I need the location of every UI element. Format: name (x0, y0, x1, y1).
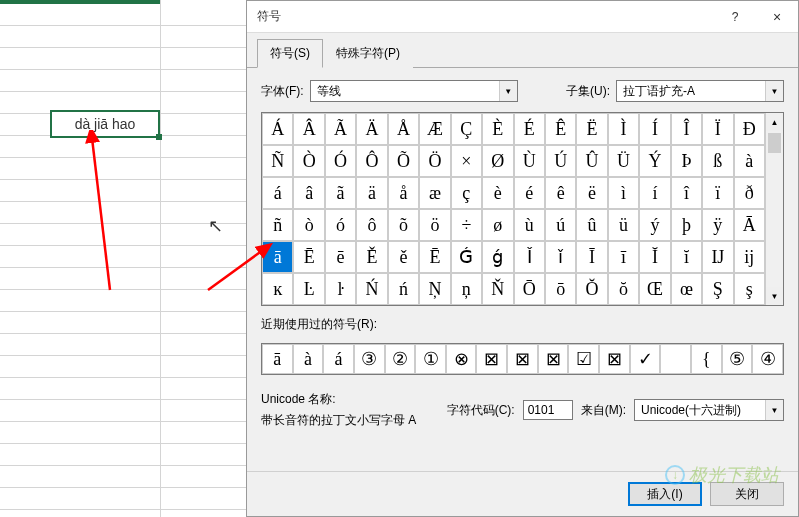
char-cell[interactable]: ĸ (262, 273, 293, 305)
char-cell[interactable]: Ñ (262, 145, 293, 177)
cancel-button[interactable]: 关闭 (710, 482, 784, 506)
char-cell[interactable]: ô (356, 209, 387, 241)
char-cell[interactable]: ā (262, 241, 293, 273)
char-cell[interactable]: â (293, 177, 324, 209)
char-cell[interactable]: Ð (734, 113, 765, 145)
char-cell[interactable]: Ē (419, 241, 450, 273)
font-select[interactable]: 等线 ▼ (310, 80, 518, 102)
scroll-down-icon[interactable]: ▼ (766, 287, 783, 305)
char-cell[interactable]: ÿ (702, 209, 733, 241)
char-cell[interactable]: Ņ (419, 273, 450, 305)
char-cell[interactable]: ò (293, 209, 324, 241)
char-cell[interactable]: ŏ (608, 273, 639, 305)
recent-char-cell[interactable]: ⊠ (476, 344, 507, 374)
scroll-thumb[interactable] (768, 133, 781, 153)
char-cell[interactable]: Ŀ (293, 273, 324, 305)
chevron-down-icon[interactable]: ▼ (765, 400, 783, 420)
char-cell[interactable]: Á (262, 113, 293, 145)
char-cell[interactable]: Ī (576, 241, 607, 273)
recent-char-cell[interactable]: ☑ (568, 344, 599, 374)
recent-char-cell[interactable]: ③ (354, 344, 385, 374)
scroll-up-icon[interactable]: ▲ (766, 113, 783, 131)
char-cell[interactable]: ǐ (545, 241, 576, 273)
char-cell[interactable]: å (388, 177, 419, 209)
char-cell[interactable]: ð (734, 177, 765, 209)
char-cell[interactable]: ß (702, 145, 733, 177)
char-cell[interactable]: È (482, 113, 513, 145)
char-cell[interactable]: ŀ (325, 273, 356, 305)
char-cell[interactable]: Ē (293, 241, 324, 273)
char-cell[interactable]: ä (356, 177, 387, 209)
char-cell[interactable]: ī (608, 241, 639, 273)
char-cell[interactable]: Ǐ (514, 241, 545, 273)
active-cell[interactable]: dà jiā hao (50, 110, 160, 138)
char-cell[interactable]: Œ (639, 273, 670, 305)
char-cell[interactable]: Ä (356, 113, 387, 145)
recent-char-cell[interactable]: ✓ (630, 344, 661, 374)
recent-char-cell[interactable]: ⑤ (722, 344, 753, 374)
recent-char-cell[interactable]: á (323, 344, 354, 374)
char-cell[interactable]: Û (576, 145, 607, 177)
char-cell[interactable]: ě (388, 241, 419, 273)
recent-char-cell[interactable]: ⊠ (599, 344, 630, 374)
char-cell[interactable]: Ë (576, 113, 607, 145)
char-cell[interactable]: ì (608, 177, 639, 209)
char-cell[interactable]: Õ (388, 145, 419, 177)
char-cell[interactable]: ó (325, 209, 356, 241)
spreadsheet[interactable]: dà jiā hao (0, 0, 250, 517)
tab-special-chars[interactable]: 特殊字符(P) (323, 39, 413, 68)
recent-char-cell[interactable]: ④ (752, 344, 783, 374)
char-cell[interactable]: Ā (734, 209, 765, 241)
char-cell[interactable]: Å (388, 113, 419, 145)
recent-char-cell[interactable] (660, 344, 691, 374)
char-cell[interactable]: Ň (482, 273, 513, 305)
fill-handle[interactable] (156, 134, 162, 140)
close-button[interactable]: × (756, 1, 798, 33)
char-cell[interactable]: Ô (356, 145, 387, 177)
char-cell[interactable]: Ã (325, 113, 356, 145)
char-cell[interactable]: Ç (451, 113, 482, 145)
char-cell[interactable]: Î (671, 113, 702, 145)
char-cell[interactable]: Ú (545, 145, 576, 177)
recent-char-cell[interactable]: ⊠ (507, 344, 538, 374)
insert-button[interactable]: 插入(I) (628, 482, 702, 506)
char-cell[interactable]: ö (419, 209, 450, 241)
char-cell[interactable]: æ (419, 177, 450, 209)
char-cell[interactable]: õ (388, 209, 419, 241)
char-cell[interactable]: Ě (356, 241, 387, 273)
char-cell[interactable]: ñ (262, 209, 293, 241)
char-cell[interactable]: Ò (293, 145, 324, 177)
recent-char-cell[interactable]: à (293, 344, 324, 374)
char-code-input[interactable] (523, 400, 573, 420)
char-cell[interactable]: û (576, 209, 607, 241)
chevron-down-icon[interactable]: ▼ (499, 81, 517, 101)
from-select[interactable]: Unicode(十六进制) ▼ (634, 399, 784, 421)
char-cell[interactable]: þ (671, 209, 702, 241)
char-cell[interactable]: Ó (325, 145, 356, 177)
char-cell[interactable]: ë (576, 177, 607, 209)
char-cell[interactable]: è (482, 177, 513, 209)
char-cell[interactable]: Ý (639, 145, 670, 177)
char-cell[interactable]: Æ (419, 113, 450, 145)
chevron-down-icon[interactable]: ▼ (765, 81, 783, 101)
recent-char-cell[interactable]: ⊗ (446, 344, 477, 374)
char-cell[interactable]: ń (388, 273, 419, 305)
subset-select[interactable]: 拉丁语扩充-A ▼ (616, 80, 784, 102)
grid-scrollbar[interactable]: ▲ ▼ (765, 113, 783, 305)
char-cell[interactable]: ø (482, 209, 513, 241)
recent-char-cell[interactable]: ⊠ (538, 344, 569, 374)
char-cell[interactable]: Ö (419, 145, 450, 177)
char-cell[interactable]: ü (608, 209, 639, 241)
char-cell[interactable]: Ü (608, 145, 639, 177)
char-cell[interactable]: î (671, 177, 702, 209)
char-cell[interactable]: Ĳ (702, 241, 733, 273)
titlebar[interactable]: 符号 ? × (247, 1, 798, 33)
char-cell[interactable]: Ń (356, 273, 387, 305)
char-cell[interactable]: Ĭ (639, 241, 670, 273)
char-cell[interactable]: á (262, 177, 293, 209)
char-cell[interactable]: Â (293, 113, 324, 145)
char-cell[interactable]: ê (545, 177, 576, 209)
char-cell[interactable]: Ŏ (576, 273, 607, 305)
char-cell[interactable]: Ō (514, 273, 545, 305)
recent-char-cell[interactable]: ā (262, 344, 293, 374)
